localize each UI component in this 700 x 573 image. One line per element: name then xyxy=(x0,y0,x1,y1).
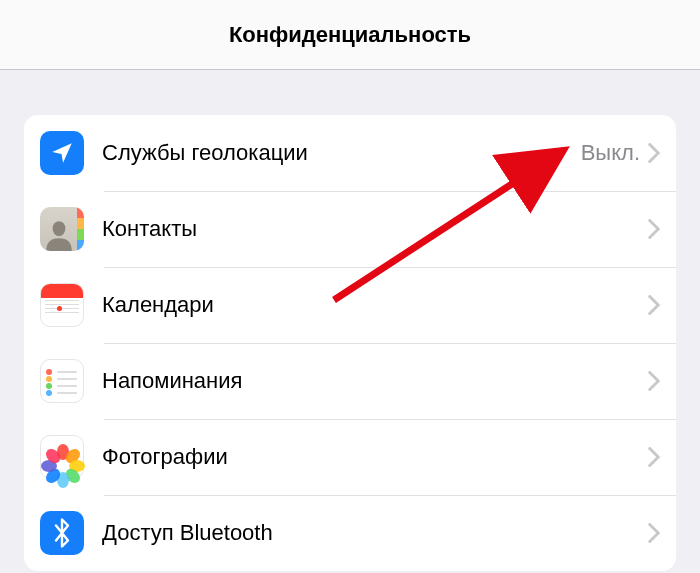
row-label: Фотографии xyxy=(102,444,648,470)
chevron-right-icon xyxy=(648,143,660,163)
chevron-right-icon xyxy=(648,295,660,315)
content: Службы геолокации Выкл. Контакты Календа… xyxy=(0,70,700,571)
row-contacts[interactable]: Контакты xyxy=(24,191,676,267)
row-label: Календари xyxy=(102,292,648,318)
row-label: Контакты xyxy=(102,216,648,242)
bluetooth-icon xyxy=(40,511,84,555)
row-bluetooth[interactable]: Доступ Bluetooth xyxy=(24,495,676,571)
separator xyxy=(104,267,676,268)
row-reminders[interactable]: Напоминания xyxy=(24,343,676,419)
separator xyxy=(104,343,676,344)
row-photos[interactable]: Фотографии xyxy=(24,419,676,495)
separator xyxy=(104,419,676,420)
photos-icon xyxy=(40,435,84,479)
settings-list: Службы геолокации Выкл. Контакты Календа… xyxy=(24,115,676,571)
row-value: Выкл. xyxy=(581,140,640,166)
chevron-right-icon xyxy=(648,523,660,543)
chevron-right-icon xyxy=(648,447,660,467)
row-label: Напоминания xyxy=(102,368,648,394)
page-title: Конфиденциальность xyxy=(229,22,471,48)
svg-point-0 xyxy=(53,221,66,236)
chevron-right-icon xyxy=(648,371,660,391)
separator xyxy=(104,495,676,496)
calendar-icon xyxy=(40,283,84,327)
location-arrow-icon xyxy=(40,131,84,175)
row-label: Службы геолокации xyxy=(102,140,581,166)
reminders-icon xyxy=(40,359,84,403)
row-calendars[interactable]: Календари xyxy=(24,267,676,343)
row-location-services[interactable]: Службы геолокации Выкл. xyxy=(24,115,676,191)
chevron-right-icon xyxy=(648,219,660,239)
contacts-icon xyxy=(40,207,84,251)
row-label: Доступ Bluetooth xyxy=(102,520,648,546)
separator xyxy=(104,191,676,192)
header: Конфиденциальность xyxy=(0,0,700,70)
